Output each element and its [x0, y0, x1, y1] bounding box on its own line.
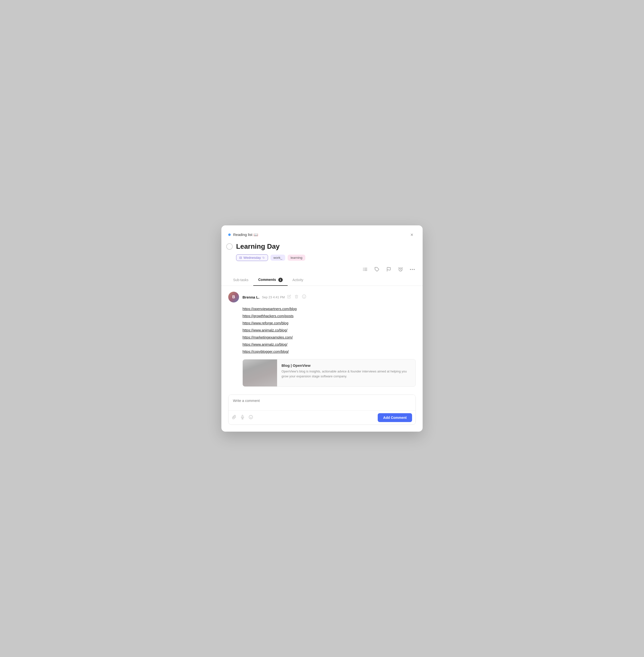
more-icon[interactable] — [409, 266, 416, 273]
repeat-icon: ↻ — [262, 256, 265, 259]
preview-title: Blog | OpenView — [281, 363, 411, 367]
toolbar-icons — [221, 264, 423, 274]
svg-point-4 — [363, 269, 364, 270]
modal-header: Reading list 📖 × — [221, 225, 423, 241]
task-checkbox[interactable] — [226, 243, 233, 250]
emoji-input-icon[interactable] — [249, 415, 253, 421]
preview-image — [243, 359, 277, 386]
tab-activity[interactable]: Activity — [288, 274, 308, 285]
comment-input-area: Add Comment — [228, 394, 416, 425]
flag-icon[interactable] — [385, 266, 392, 273]
tab-comments[interactable]: Comments 1 — [253, 274, 288, 286]
close-button[interactable]: × — [408, 231, 416, 239]
link-6[interactable]: https://www.animalz.co/blog/ — [243, 341, 416, 348]
header-left: Reading list 📖 — [228, 232, 258, 237]
comment-actions — [287, 294, 306, 300]
avatar: B — [228, 292, 239, 302]
tag-date[interactable]: ⊟ Wednesday ↻ — [236, 254, 268, 261]
calendar-icon: ⊟ — [239, 256, 242, 259]
comments-area: B Brenna L. Sep 23 4:41 PM — [221, 286, 423, 392]
attach-icon[interactable] — [232, 415, 236, 421]
tag-learning-label: learning — [291, 256, 302, 259]
input-icons — [232, 415, 253, 421]
link-4[interactable]: https://www.animalz.co/blog/ — [243, 327, 416, 334]
comment-meta-group: Brenna L. Sep 23 4:41 PM — [243, 294, 416, 300]
tag-date-label: Wednesday — [244, 256, 261, 259]
svg-point-10 — [412, 269, 413, 270]
link-1[interactable]: https://openviewpartners.com/blog — [243, 305, 416, 313]
comments-badge: 1 — [278, 278, 283, 282]
commenter-name: Brenna L. — [243, 295, 259, 299]
delete-icon[interactable] — [295, 295, 298, 299]
tag-learning[interactable]: learning — [288, 255, 305, 261]
tab-subtasks[interactable]: Sub-tasks — [228, 274, 253, 285]
task-row: Learning Day — [221, 241, 423, 252]
preview-description: OpenView's blog is insights, actionable … — [281, 369, 411, 379]
status-dot — [228, 233, 231, 236]
alarm-icon[interactable] — [397, 266, 404, 273]
svg-point-12 — [302, 295, 306, 298]
comment-input-toolbar: Add Comment — [229, 410, 415, 425]
comment-time: Sep 23 4:41 PM — [262, 295, 285, 299]
tags-row: ⊟ Wednesday ↻ work_ learning — [221, 252, 423, 264]
task-modal: Reading list 📖 × Learning Day ⊟ Wednesda… — [221, 225, 423, 432]
tabs: Sub-tasks Comments 1 Activity — [221, 274, 423, 286]
comment-header: B Brenna L. Sep 23 4:41 PM — [228, 292, 416, 302]
emoji-icon[interactable] — [302, 294, 306, 300]
svg-point-17 — [249, 415, 253, 419]
microphone-icon[interactable] — [240, 415, 245, 421]
link-2[interactable]: https://growthhackers.com/posts — [243, 313, 416, 320]
tag-work[interactable]: work_ — [271, 255, 285, 261]
task-title: Learning Day — [236, 243, 279, 250]
list-name: Reading list 📖 — [233, 232, 258, 237]
list-icon[interactable] — [362, 266, 369, 273]
svg-point-11 — [414, 269, 415, 270]
preview-text: Blog | OpenView OpenView's blog is insig… — [277, 359, 415, 386]
comment-content: https://openviewpartners.com/blog https:… — [228, 305, 416, 387]
link-3[interactable]: https://www.reforge.com/blog — [243, 320, 416, 327]
add-comment-button[interactable]: Add Comment — [378, 413, 412, 422]
svg-point-3 — [363, 268, 364, 269]
link-7[interactable]: https://copyblogger.com/blog/ — [243, 348, 416, 355]
svg-point-5 — [363, 270, 364, 271]
label-icon[interactable] — [373, 266, 381, 273]
edit-icon[interactable] — [287, 295, 291, 299]
link-preview-card[interactable]: Blog | OpenView OpenView's blog is insig… — [243, 359, 416, 387]
tag-work-label: work_ — [273, 256, 282, 259]
comment-input[interactable] — [229, 395, 415, 409]
link-5[interactable]: https://marketingexamples.com/ — [243, 334, 416, 341]
svg-point-9 — [410, 269, 411, 270]
